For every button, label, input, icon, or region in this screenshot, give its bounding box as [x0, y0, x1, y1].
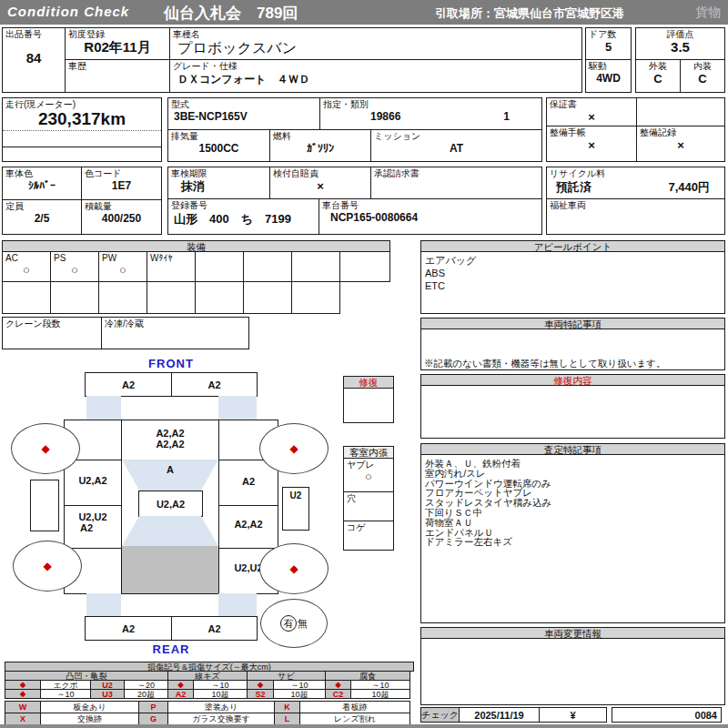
interior-value: C	[681, 72, 724, 86]
hood-damage: A2,A2 A2,A2	[122, 428, 218, 450]
welfare-label: 福祉車両	[547, 199, 724, 211]
approval-label: 承認請求書	[371, 167, 541, 179]
front-label: FRONT	[85, 357, 258, 370]
repair-mini-header: 修復	[343, 376, 394, 389]
equipment-cell-empty-2	[243, 251, 292, 282]
equipment-row2-cell-3	[98, 281, 147, 314]
insurance-label: 検付自賠責	[270, 167, 370, 179]
condition-check-sheet: Condition Check 仙台入札会 789回 引取場所：宮城県仙台市宮城…	[0, 0, 728, 728]
spare-no-label: 無	[298, 617, 308, 631]
sheet-number-cell: 0084	[612, 707, 722, 723]
warranty-blank-cell	[636, 97, 725, 126]
recycle-fee-value: 7,440円	[668, 179, 710, 196]
assessment-body: 外装Ａ、Ｕ、鉄粉付着 室内汚れ/スレ パワーウインドウ運転席のみ フロアカーペッ…	[420, 454, 725, 623]
welfare-cell: 福祉車両	[546, 198, 725, 235]
roof-center-damage: U2,A2	[157, 499, 185, 510]
equipment-cell-pw: PW ○	[98, 251, 147, 282]
body-gridline-r3	[218, 548, 278, 549]
vehicle-notes-footer: ※記載のない書類・機器等は無しとして取り扱います。	[421, 358, 724, 369]
wheel-front-right-mark: ◆	[289, 443, 298, 454]
legend-code-text: 板金あり	[40, 701, 139, 713]
vehicle-notes-body: ※記載のない書類・機器等は無しとして取り扱います。	[420, 329, 725, 370]
rear-label-text: REAR	[153, 642, 190, 656]
legend-text: 10超	[273, 689, 326, 699]
legend-code-text: 塗装あり	[167, 701, 275, 713]
equipment-cell-wtire: Wﾀｲﾔ	[147, 251, 196, 282]
pickup-location: 引取場所：宮城県仙台市宮城野区港	[435, 5, 624, 22]
score-cell: 評価点 3.5	[635, 27, 725, 60]
hood-corner-left	[86, 396, 121, 420]
doors-label: ドア数	[586, 28, 631, 40]
score-value: 3.5	[636, 40, 724, 54]
crane-label: クレーン段数	[3, 318, 101, 329]
tail-corner-right	[218, 593, 257, 616]
right-step-damage: U2	[283, 488, 308, 501]
maintenance-record-value: ×	[637, 138, 724, 152]
right-front-door-damage: A2	[218, 476, 278, 487]
color-code-label: 色コード	[82, 167, 161, 179]
transmission-cell: ミッション AT	[370, 129, 542, 162]
cargo-area	[122, 546, 218, 593]
appeal-body: エアバッグ ABS ETC	[420, 251, 725, 314]
change-info-body	[420, 638, 725, 705]
wheel-front-left: ◆	[11, 423, 80, 474]
legend-text: 10超	[193, 689, 248, 699]
exterior-value: C	[636, 72, 680, 86]
maintenance-record-cell: 整備記録 ×	[636, 126, 725, 162]
class-cell: 指定・類別 19866 1	[319, 97, 542, 130]
header-bar: Condition Check 仙台入札会 789回 引取場所：宮城県仙台市宮城…	[0, 0, 728, 25]
front-bumper-right: A2	[171, 372, 258, 397]
body-gridline-r2	[218, 505, 278, 506]
model-name-value: プロボックスバン	[170, 40, 581, 56]
model-name-cell: 車種名 プロボックスバン	[169, 27, 582, 60]
model-code-label: 型式	[168, 98, 319, 110]
equipment-cell-empty-1	[195, 251, 244, 282]
check-sign-cell: ¥	[539, 707, 607, 723]
grade-label: グレード・仕様	[170, 60, 581, 72]
displacement-cell: 排気量 1500CC	[167, 129, 270, 162]
legend-text: 20超	[124, 689, 168, 699]
color-code-value: 1E7	[82, 179, 161, 193]
lot-number-value: 84	[3, 51, 65, 65]
body-color-label: 車体色	[3, 167, 81, 179]
warranty-label: 保証書	[547, 98, 636, 110]
legend-text: ～10	[40, 689, 91, 699]
legend-symbol: ◆	[5, 689, 41, 699]
legend-code-text: レンズ割れ	[299, 713, 410, 725]
bottom-rule	[0, 724, 728, 728]
left-rear-door-damage-1: U2,U2	[64, 511, 122, 522]
body-color-cell: 車体色 ｼﾙﾊﾞｰ	[2, 167, 82, 200]
wheel-rear-right-mark: ◆	[289, 563, 298, 574]
cabin-row-burn: コゲ	[343, 521, 394, 551]
wheel-rear-left-mark: ◆	[43, 561, 51, 571]
lot-number-cell: 出品番号 84	[2, 27, 66, 93]
maintenance-book-label: 整備手帳	[547, 126, 636, 138]
chassis-number-label: 車台番号	[319, 199, 541, 211]
body-gridline-l2	[64, 505, 122, 506]
equipment-label-wtire: Wﾀｲﾔ	[147, 252, 195, 264]
front-bumper-left: A2	[85, 372, 172, 397]
right-front-door-cell: A2	[218, 476, 278, 487]
first-registration-value: R02年11月	[66, 40, 169, 54]
displacement-value: 1500CC	[168, 142, 269, 156]
rear-label: REAR	[85, 642, 258, 656]
recycle-fee-label: リサイクル料	[547, 167, 724, 179]
registration-number-cell: 登録番号 山形 400 ち 7199	[167, 198, 319, 235]
exterior-label: 外装	[636, 60, 680, 72]
brand-logo: Condition Check	[7, 4, 129, 19]
transmission-label: ミッション	[371, 130, 541, 142]
legend-code: W	[5, 701, 41, 713]
drive-label: 駆動	[586, 60, 631, 72]
legend-symbol: U3	[90, 689, 125, 699]
hood-corner-right	[218, 396, 257, 420]
inspection-label: 車検期限	[168, 167, 269, 179]
insurance-cell: 検付自賠責 ×	[269, 167, 371, 199]
body-color-value: ｼﾙﾊﾞｰ	[3, 179, 81, 193]
legend-symbol: A2	[167, 689, 194, 699]
assessment-item: 荷物室ＡＵ	[421, 518, 724, 528]
model-code-value: 3BE-NCP165V	[168, 110, 319, 123]
interior-label: 内装	[681, 60, 724, 72]
class-sub-value: 1	[503, 110, 510, 123]
rear-bumper-right: A2	[171, 616, 258, 641]
right-step-cell: U2	[282, 487, 309, 531]
